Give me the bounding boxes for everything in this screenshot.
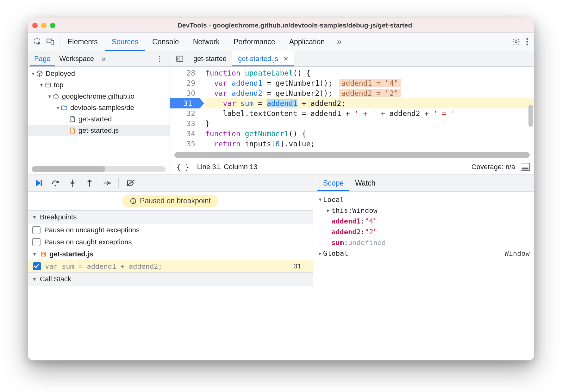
checkbox-icon[interactable] <box>32 238 41 246</box>
code-line[interactable]: label.textContent = addend1 + ' + ' + ad… <box>205 108 534 119</box>
toggle-drawer-button[interactable] <box>521 163 530 171</box>
scope-pane: ScopeWatch ▼Local ▶this: Window addend1:… <box>313 175 534 360</box>
step-button[interactable] <box>99 177 114 189</box>
scope-variable-row[interactable]: sum: undefined <box>317 237 530 248</box>
navigator-pane: PageWorkspace » ⋮ ▼ Deployed ▼ top <box>28 51 170 175</box>
panel-tab-console[interactable]: Console <box>145 33 186 51</box>
navigator-hscrollbar[interactable] <box>32 166 166 172</box>
step-out-button[interactable] <box>82 177 97 189</box>
tree-deployed[interactable]: ▼ Deployed <box>28 68 170 79</box>
pause-uncaught-row[interactable]: Pause on uncaught exceptions <box>28 224 313 236</box>
traffic-lights <box>32 23 55 28</box>
svg-rect-11 <box>41 180 42 186</box>
checkbox-icon[interactable] <box>32 226 41 234</box>
minimize-window-button[interactable] <box>41 23 47 28</box>
titlebar: DevTools - googlechrome.github.io/devtoo… <box>28 18 534 33</box>
code-line[interactable]: var addend2 = getNumber2();addend2 = "2" <box>205 88 534 98</box>
svg-point-6 <box>526 44 528 45</box>
panel-tab-network[interactable]: Network <box>186 33 227 51</box>
pretty-print-button[interactable]: { } <box>174 162 191 172</box>
inspect-element-icon[interactable] <box>34 38 42 46</box>
tree-label: get-started <box>78 115 112 123</box>
scope-local-header[interactable]: ▼Local <box>317 194 530 205</box>
close-window-button[interactable] <box>32 23 38 28</box>
sidebar-tab-scope[interactable]: Scope <box>317 175 349 191</box>
debugger-toolbar <box>28 175 313 192</box>
navigator-tab-page[interactable]: Page <box>30 51 55 66</box>
svg-point-14 <box>72 185 73 187</box>
tree-folder[interactable]: ▼ devtools-samples/de <box>28 102 170 113</box>
file-tree[interactable]: ▼ Deployed ▼ top ▼ googlechrome.github.i… <box>28 67 170 164</box>
panel-tab-elements[interactable]: Elements <box>60 33 105 51</box>
panel-tab-application[interactable]: Application <box>282 33 332 51</box>
folder-icon <box>61 104 68 111</box>
scope-this-row[interactable]: ▶this: Window <box>317 205 530 216</box>
panel-tab-sources[interactable]: Sources <box>105 33 145 51</box>
scope-variable-row[interactable]: addend2: "2" <box>317 226 530 237</box>
panel-overflow-button[interactable]: » <box>332 33 347 51</box>
inline-value: addend1 = "4" <box>339 79 401 87</box>
panel-tab-performance[interactable]: Performance <box>227 33 282 51</box>
tree-origin[interactable]: ▼ googlechrome.github.io <box>28 91 170 102</box>
tree-label: Deployed <box>46 70 75 78</box>
svg-point-12 <box>55 185 56 187</box>
tree-label: googlechrome.github.io <box>62 92 134 101</box>
scope-variable-row[interactable]: addend1: "4" <box>317 216 530 226</box>
code-line[interactable]: var addend1 = getNumber1();addend1 = "4" <box>205 78 534 88</box>
navigator-tab-workspace[interactable]: Workspace <box>55 51 98 66</box>
tree-file-html[interactable]: get-started <box>28 113 170 125</box>
sidebar-tab-watch[interactable]: Watch <box>349 175 381 191</box>
svg-point-22 <box>133 199 134 200</box>
cursor-position: Line 31, Column 13 <box>197 163 258 171</box>
tree-label: devtools-samples/de <box>70 104 134 112</box>
coverage-status: Coverage: n/a <box>471 163 515 171</box>
editor-tab[interactable]: get-started.js✕ <box>232 51 294 66</box>
close-tab-icon[interactable]: ✕ <box>283 55 289 63</box>
svg-point-16 <box>89 185 91 187</box>
checkbox-checked-icon[interactable] <box>33 262 41 270</box>
code-line[interactable]: } <box>205 119 534 129</box>
editor-hscrollbar[interactable] <box>174 152 530 158</box>
breakpoint-file-header[interactable]: ▼ get-started.js <box>28 248 313 260</box>
script-icon <box>69 127 76 134</box>
cloud-icon <box>53 93 59 100</box>
pause-caught-row[interactable]: Pause on caught exceptions <box>28 236 313 248</box>
step-into-button[interactable] <box>65 177 80 189</box>
paused-message: Paused on breakpoint <box>140 197 211 205</box>
tree-file-js[interactable]: get-started.js <box>28 125 170 136</box>
svg-rect-7 <box>45 83 51 87</box>
code-line[interactable]: function updateLabel() { <box>205 68 534 78</box>
step-over-button[interactable] <box>48 177 63 189</box>
editor-statusbar: { } Line 31, Column 13 Coverage: n/a <box>170 159 534 175</box>
device-toolbar-icon[interactable] <box>46 38 54 46</box>
tree-top[interactable]: ▼ top <box>28 79 170 91</box>
code-line[interactable]: var sum = addend1 + addend2; <box>205 98 534 108</box>
frame-icon <box>44 82 51 89</box>
resume-button[interactable] <box>31 177 46 189</box>
svg-point-3 <box>515 41 517 43</box>
svg-point-18 <box>109 182 111 184</box>
kebab-menu-icon[interactable] <box>526 38 528 46</box>
tree-label: get-started.js <box>78 126 119 135</box>
code-line[interactable]: function getNumber1() { <box>205 129 534 139</box>
zoom-window-button[interactable] <box>50 23 55 28</box>
navigator-overflow-button[interactable]: » <box>98 54 109 63</box>
call-stack-header[interactable]: ▼Call Stack <box>28 272 313 286</box>
deactivate-breakpoints-button[interactable] <box>123 177 138 189</box>
editor-vscroll-thumb[interactable] <box>528 105 533 127</box>
svg-rect-2 <box>51 40 54 45</box>
navigator-menu-button[interactable]: ⋮ <box>151 54 168 63</box>
panel-tabs: ElementsSourcesConsoleNetworkPerformance… <box>28 33 534 51</box>
editor-tab[interactable]: get-started <box>188 51 232 66</box>
document-icon <box>69 116 76 123</box>
code-line[interactable]: return inputs[0].value; <box>205 139 534 149</box>
scope-global-header[interactable]: ▶GlobalWindow <box>317 248 530 259</box>
debugger-pane: Paused on breakpoint ▼Breakpoints Pause … <box>28 175 313 360</box>
breakpoint-entry[interactable]: var sum = addend1 + addend2; 31 <box>28 260 313 272</box>
code-editor[interactable]: 2829303132333435 function updateLabel() … <box>170 67 534 151</box>
toggle-navigator-button[interactable] <box>172 51 188 66</box>
breakpoints-header[interactable]: ▼Breakpoints <box>28 211 313 224</box>
settings-icon[interactable] <box>512 38 520 46</box>
inspect-tools <box>28 33 60 51</box>
info-icon <box>130 198 137 205</box>
